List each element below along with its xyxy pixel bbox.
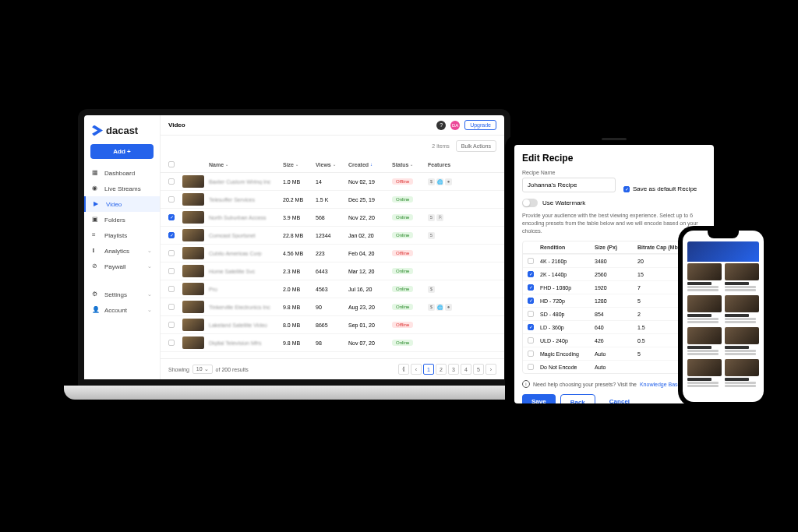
phone-card[interactable] [725,295,759,324]
cancel-button[interactable]: Cancel [600,394,639,403]
sidebar-item-paywall[interactable]: ⊘Paywall⌄ [84,259,160,274]
back-button[interactable]: Back [560,394,595,403]
row-checkbox[interactable] [168,322,175,328]
page-button[interactable]: 1 [423,364,434,375]
row-checkbox[interactable] [168,340,175,346]
save-button[interactable]: Save [522,394,556,403]
row-checkbox[interactable] [168,214,175,220]
sidebar-item-analytics[interactable]: ⫿Analytics⌄ [84,243,160,259]
phone-device [678,226,768,407]
phone-card[interactable] [687,359,722,388]
sidebar-item-video[interactable]: ▶Video [84,196,160,212]
rendition-checkbox[interactable] [528,298,534,304]
table-row[interactable]: Tinkerville Electronics Inc 9.8 MB 90 Au… [161,298,504,316]
col-status[interactable]: Status ⌄ [392,162,428,167]
feature-icon: 🌐 [436,178,443,185]
page-next-button[interactable]: › [486,364,496,375]
rendition-checkbox[interactable] [528,284,534,291]
table-row[interactable]: Comcast Sportsnet 22.8 MB 12344 Jan 02, … [161,227,504,245]
row-checkbox[interactable] [168,304,175,310]
logo[interactable]: dacast [84,122,160,144]
status-badge: Online [392,214,413,220]
nav-label: Video [106,201,122,208]
video-size: 9.8 MB [283,305,316,310]
status-badge: Online [392,286,413,292]
select-all-checkbox[interactable] [168,161,175,167]
rendition-size: 2560 [595,272,637,277]
row-checkbox[interactable] [168,250,175,256]
phone-screen [683,231,764,402]
phone-card[interactable] [725,359,759,388]
col-name[interactable]: Name ⌄ [209,162,283,167]
phone-card[interactable] [687,327,722,356]
phone-card[interactable] [687,295,722,324]
video-thumbnail [182,211,204,224]
feature-icon: $ [428,178,435,185]
upgrade-button[interactable]: Upgrade [464,120,496,130]
row-checkbox[interactable] [168,268,175,274]
rendition-checkbox[interactable] [528,311,534,317]
phone-card[interactable] [725,263,759,292]
phone-hero-image [687,241,759,262]
watermark-toggle[interactable] [522,199,538,207]
page-button[interactable]: 4 [461,364,471,375]
page-first-button[interactable]: ⟪ [398,364,409,375]
col-size[interactable]: Size ⌄ [283,162,316,167]
sidebar-item-folders[interactable]: ▣Folders [84,212,160,227]
rendition-checkbox[interactable] [528,271,534,277]
col-created[interactable]: Created ↓ [348,162,392,167]
sidebar-item-dashboard[interactable]: ▦Dashboard [84,165,160,181]
nav-label: Paywall [104,263,126,270]
video-thumbnail [182,336,204,349]
save-default-checkbox[interactable]: Save as default Recipe [623,185,697,192]
sidebar-item-playlists[interactable]: ≡Playlists [84,227,160,243]
sidebar-item-live-streams[interactable]: ◉Live Streams [84,181,160,196]
table-row[interactable]: North Suburban Access 3.9 MB 568 Nov 22,… [161,209,504,227]
page-button[interactable]: 2 [436,364,447,375]
logo-text: dacast [106,125,138,136]
table-row[interactable]: Baxter Custom Wiring Inc 1.0 MB 14 Nov 0… [161,173,504,191]
table-row[interactable]: Lakeland Satellite Video 8.0 MB 8665 Sep… [161,316,504,334]
video-thumbnail [182,247,204,259]
add-button[interactable]: Add + [90,144,154,159]
table-row[interactable]: Pro 2.0 MB 4563 Jul 16, 20 Online $ [161,280,504,298]
video-created: Dec 25, 19 [348,197,392,203]
table-row[interactable]: Cubilo Americas Corp 4.56 MB 223 Feb 04,… [161,245,504,262]
rendition-name: HD - 720p [540,298,595,304]
recipe-name-input[interactable] [522,178,616,192]
rendition-size: Auto [595,365,637,370]
page-button[interactable]: 3 [448,364,459,375]
rendition-checkbox[interactable] [528,324,534,330]
rendition-checkbox[interactable] [528,364,534,370]
table-row[interactable]: Digital Television Mfrs 9.8 MB 98 Nov 07… [161,334,504,352]
sidebar-item-settings[interactable]: ⚙Settings⌄ [84,287,160,302]
video-size: 2.3 MB [283,269,316,274]
knowledge-base-link[interactable]: Knowledge Base [640,382,681,387]
pagination: ⟪ ‹ 12345 › [398,364,496,375]
nav-label: Account [104,307,127,314]
video-created: Feb 04, 20 [348,251,392,256]
rendition-checkbox[interactable] [528,337,534,344]
table-row[interactable]: Home Satellite Svc 2.3 MB 6443 Mar 12, 2… [161,262,504,280]
rendition-checkbox[interactable] [528,258,534,264]
row-checkbox[interactable] [168,196,175,203]
table-row[interactable]: Telesoffer Services 20.2 MB 1.5 K Dec 25… [161,191,504,209]
live-icon: ◉ [92,185,100,192]
col-views[interactable]: Views ⌄ [316,162,348,167]
bulk-actions-button[interactable]: Bulk Actions [456,140,496,152]
phone-card[interactable] [687,263,722,292]
phone-card[interactable] [725,327,759,356]
nav-label: Playlists [104,232,127,239]
rendition-checkbox[interactable] [528,351,534,357]
page-button[interactable]: 5 [473,364,484,375]
per-page-select[interactable]: 10 ⌄ [192,365,213,374]
sidebar-item-account[interactable]: 👤Account⌄ [84,302,160,318]
help-icon[interactable]: ? [436,121,446,130]
row-checkbox[interactable] [168,232,175,238]
avatar[interactable]: DA [450,121,460,130]
row-checkbox[interactable] [168,286,175,292]
row-checkbox[interactable] [168,178,175,185]
feature-icon: ● [445,178,452,185]
rendition-size: 854 [595,312,637,317]
page-prev-button[interactable]: ‹ [411,364,422,375]
